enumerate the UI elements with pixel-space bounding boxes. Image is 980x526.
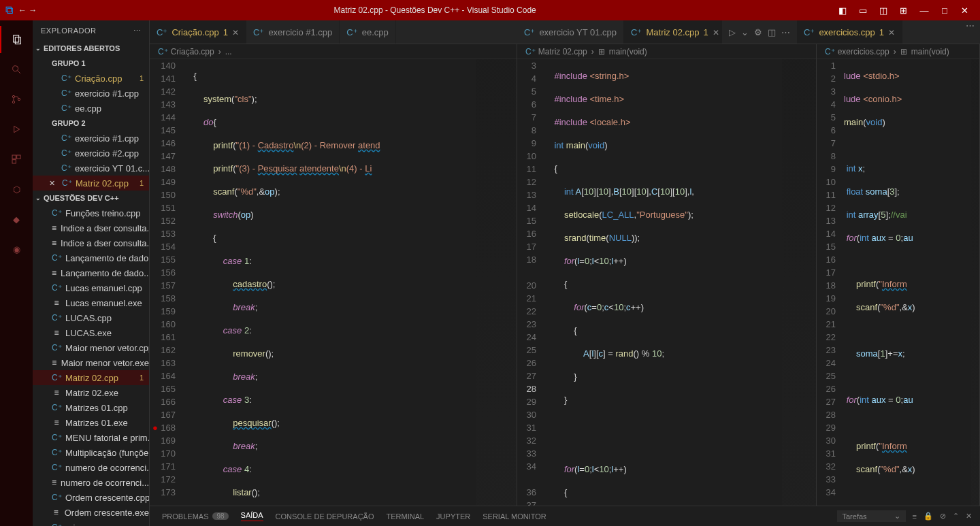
sidebar-title: EXPLORADOR xyxy=(41,27,96,35)
svg-rect-10 xyxy=(12,160,16,163)
file-item[interactable]: C⁺Lucas emanuel.cpp xyxy=(33,280,149,295)
ext-icon-2[interactable]: ◆ xyxy=(0,206,33,233)
tab[interactable]: C⁺exercicios.cpp 1 ✕ xyxy=(797,20,902,44)
layout-icon-4[interactable]: ⊞ xyxy=(894,1,913,20)
tab[interactable]: C⁺Criação.cpp 1 ✕ xyxy=(150,20,246,44)
file-item[interactable]: C⁺LUCAS.cpp xyxy=(33,310,149,325)
file-item[interactable]: C⁺Funções treino.cpp xyxy=(33,206,149,220)
file-item[interactable]: ≡LUCAS.exe xyxy=(33,325,149,340)
filter-icon[interactable]: ≡ xyxy=(913,512,917,521)
scm-icon[interactable] xyxy=(0,86,33,113)
lock-icon[interactable]: 🔒 xyxy=(924,512,933,521)
file-item[interactable]: ≡Lançamento de dado... xyxy=(33,265,149,280)
menu-arrows[interactable]: ← → xyxy=(18,5,37,15)
file-item[interactable]: C⁺Ordem crescente.cpp xyxy=(33,490,149,505)
svg-point-4 xyxy=(12,95,14,97)
svg-rect-8 xyxy=(12,155,16,159)
debug-icon[interactable] xyxy=(0,116,33,143)
split-icon[interactable]: ◫ xyxy=(768,27,776,37)
open-editor-item[interactable]: C⁺Criação.cpp1 xyxy=(33,71,149,86)
panel-tab[interactable]: TERMINAL xyxy=(386,511,424,521)
file-item[interactable]: ≡Matriz 02.exe xyxy=(33,385,149,400)
file-item[interactable]: ≡Maior menor vetor.exe xyxy=(33,355,149,370)
sidebar-header: EXPLORADOR ⋯ xyxy=(33,20,149,41)
explorer-icon[interactable] xyxy=(0,26,33,53)
open-editor-item[interactable]: ✕C⁺Matriz 02.cpp1 xyxy=(33,176,149,191)
run-icon[interactable]: ▷ xyxy=(729,27,736,37)
gear-icon[interactable]: ⚙ xyxy=(754,27,762,37)
layout-icon[interactable]: ◧ xyxy=(833,1,852,20)
tab[interactable]: C⁺exercicio YT 01.cpp xyxy=(517,20,624,44)
file-item[interactable]: ≡Indice a dser consulta... xyxy=(33,235,149,250)
open-editor-item[interactable]: C⁺exercicio #1.cpp xyxy=(33,131,149,146)
file-item[interactable]: C⁺Matrizes 01.cpp xyxy=(33,400,149,415)
file-item[interactable]: C⁺primo.cpp xyxy=(33,520,149,526)
file-item[interactable]: ≡Ordem crescente.exe xyxy=(33,505,149,520)
titlebar: ⧉ ← → Matriz 02.cpp - Questões Dev C++ -… xyxy=(0,0,980,20)
maximize-icon[interactable]: □ xyxy=(935,1,954,20)
clear-icon[interactable]: ⊘ xyxy=(940,512,946,521)
svg-rect-0 xyxy=(14,35,19,42)
open-editor-item[interactable]: C⁺exercicio #1.cpp xyxy=(33,86,149,101)
project-section[interactable]: ⌄QUESTÕES DEV C++ xyxy=(33,191,149,206)
file-item[interactable]: ≡Matrizes 01.exe xyxy=(33,415,149,430)
svg-marker-7 xyxy=(14,126,20,132)
file-item[interactable]: ≡Lucas emanuel.exe xyxy=(33,295,149,310)
close-icon[interactable]: ✕ xyxy=(956,1,975,20)
close-icon[interactable]: ✕ xyxy=(966,512,972,521)
minimize-icon[interactable]: — xyxy=(915,1,934,20)
editor-pane-1: C⁺Criação.cpp ›... 140141142143144145146… xyxy=(150,44,517,506)
panel-tab[interactable]: JUPYTER xyxy=(436,511,470,521)
vscode-icon: ⧉ xyxy=(5,4,13,16)
chevron-down-icon[interactable]: ⌄ xyxy=(741,27,749,37)
tab[interactable]: C⁺exercicio #1.cpp xyxy=(246,20,340,44)
sidebar: EXPLORADOR ⋯ ⌄EDITORES ABERTOS GRUPO 1 C… xyxy=(33,20,150,526)
more-icon[interactable]: ⋯ xyxy=(960,20,980,44)
open-editors-section[interactable]: ⌄EDITORES ABERTOS xyxy=(33,41,149,56)
panel-tab[interactable]: SERIAL MONITOR xyxy=(483,511,546,521)
chevron-up-icon[interactable]: ⌃ xyxy=(953,512,959,521)
file-item[interactable]: ≡Indice a dser consulta... xyxy=(33,220,149,235)
svg-point-6 xyxy=(18,98,20,100)
panel: PROBLEMAS98SAÍDACONSOLE DE DEPURAÇÃOTERM… xyxy=(150,506,980,526)
file-item[interactable]: ≡numero de ocorrenci... xyxy=(33,475,149,490)
more-icon[interactable]: ⋯ xyxy=(781,27,790,37)
code-editor[interactable]: 3456789101112131415161718 20212223242526… xyxy=(517,59,816,506)
code-editor[interactable]: 1401411421431441451461471481491501511521… xyxy=(150,59,517,506)
editor-pane-2: C⁺Matriz 02.cpp ›⊞main(void) 34567891011… xyxy=(517,44,817,506)
file-item[interactable]: C⁺Multiplicação (funçõe... xyxy=(33,445,149,460)
open-editor-item[interactable]: C⁺exercicio #2.cpp xyxy=(33,146,149,161)
file-item[interactable]: C⁺numero de ocorrenci... xyxy=(33,460,149,475)
breadcrumb[interactable]: C⁺exercicios.cpp ›⊞main(void) xyxy=(817,44,979,59)
svg-rect-9 xyxy=(17,155,20,159)
file-item[interactable]: C⁺MENU fatorial e prim... xyxy=(33,430,149,445)
panel-tab[interactable]: CONSOLE DE DEPURAÇÃO xyxy=(276,511,374,521)
file-item[interactable]: C⁺Matriz 02.cpp1 xyxy=(33,370,149,385)
group-1-label: GRUPO 1 xyxy=(33,56,149,71)
window-title: Matriz 02.cpp - Questões Dev C++ - Visua… xyxy=(334,5,536,15)
extensions-icon[interactable] xyxy=(0,146,33,173)
ext-icon-1[interactable]: ⬡ xyxy=(0,176,33,203)
ext-icon-3[interactable]: ◉ xyxy=(0,235,33,263)
file-item[interactable]: C⁺Maior menor vetor.cpp xyxy=(33,340,149,355)
tab[interactable]: C⁺Matriz 02.cpp 1 ✕ xyxy=(624,20,722,44)
svg-line-3 xyxy=(18,71,20,73)
activitybar: ⬡ ◆ ◉ xyxy=(0,20,33,526)
search-icon[interactable] xyxy=(0,56,33,83)
group-2-label: GRUPO 2 xyxy=(33,116,149,131)
more-icon[interactable]: ⋯ xyxy=(133,27,142,35)
breadcrumb[interactable]: C⁺Criação.cpp ›... xyxy=(150,44,517,59)
tab[interactable]: C⁺ee.cpp xyxy=(340,20,395,44)
file-item[interactable]: C⁺Lançamento de dado... xyxy=(33,250,149,265)
task-dropdown[interactable]: Tarefas⌄ xyxy=(837,510,906,522)
layout-icon-3[interactable]: ◫ xyxy=(874,1,893,20)
breadcrumb[interactable]: C⁺Matriz 02.cpp ›⊞main(void) xyxy=(517,44,816,59)
panel-tab[interactable]: SAÍDA xyxy=(241,511,263,521)
open-editor-item[interactable]: C⁺exercicio YT 01.c... xyxy=(33,161,149,176)
layout-icon-2[interactable]: ▭ xyxy=(853,1,872,20)
code-editor[interactable]: 1234567891011121314151617181920212223242… xyxy=(817,59,979,506)
panel-tab[interactable]: PROBLEMAS98 xyxy=(162,511,229,521)
open-editor-item[interactable]: C⁺ee.cpp xyxy=(33,101,149,116)
tabs-row: C⁺Criação.cpp 1 ✕C⁺exercicio #1.cppC⁺ee.… xyxy=(150,20,980,44)
svg-point-5 xyxy=(12,101,14,103)
